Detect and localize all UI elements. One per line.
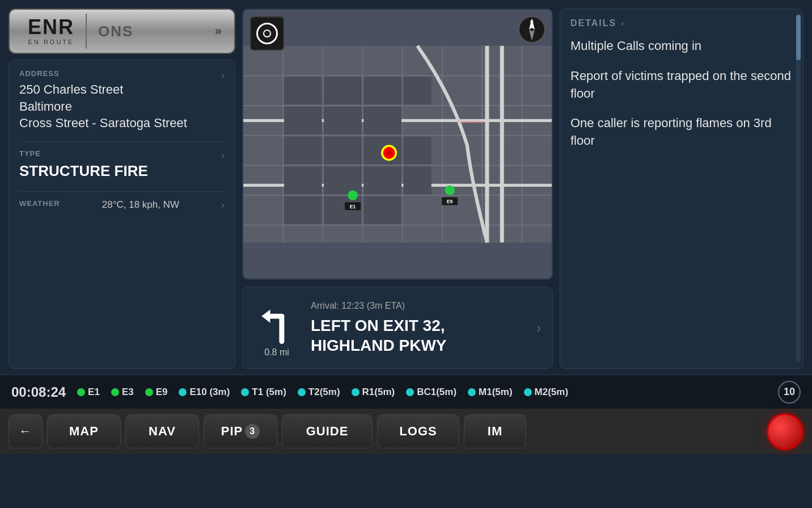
svg-rect-18	[284, 77, 322, 104]
address-cross: Cross Street - Saratoga Street	[19, 116, 187, 130]
unit-count-badge: 10	[778, 381, 801, 404]
emergency-red-button[interactable]	[767, 413, 803, 450]
address-chevron-icon[interactable]: ›	[221, 69, 225, 81]
unit-t2[interactable]: T2(5m)	[298, 387, 340, 398]
details-chevron-icon[interactable]: ›	[621, 19, 624, 28]
svg-rect-26	[284, 166, 322, 194]
type-section: TYPE › STRUCTURE FIRE	[19, 149, 225, 181]
svg-rect-19	[324, 77, 362, 104]
detail-item-3: One caller is reporting flames on 3rd fl…	[570, 115, 793, 150]
e1-dot-icon	[77, 388, 85, 396]
bottom-nav: ← MAP NAV PIP3 GUIDE LOGS IM	[0, 409, 812, 454]
svg-text:Incident Area: Incident Area	[457, 119, 484, 124]
svg-marker-51	[261, 309, 270, 322]
svg-text:E1: E1	[350, 204, 356, 209]
locate-inner-icon	[263, 30, 271, 37]
arrival-text: Arrival: 12:23 (3m ETA)	[311, 301, 525, 311]
svg-rect-31	[404, 136, 432, 164]
pip-label: PIP	[221, 424, 243, 439]
address-label: ADDRESS	[19, 69, 60, 78]
pip-button[interactable]: PIP3	[204, 414, 277, 448]
unit-e9[interactable]: E9	[145, 387, 168, 398]
locate-icon	[256, 23, 278, 44]
nav-button[interactable]: NAV	[125, 414, 199, 448]
t2-dot-icon	[298, 388, 306, 396]
unit-m2[interactable]: M2(5m)	[524, 387, 569, 398]
forward-arrow-icon: »	[215, 24, 222, 39]
address-section: ADDRESS › 250 Charles Street Baltimore C…	[19, 69, 225, 132]
svg-rect-25	[324, 136, 362, 164]
r1-label: R1(5m)	[362, 387, 395, 398]
weather-label: WEATHER	[19, 199, 60, 208]
weather-value: 28°C, 18 kph, NW	[102, 199, 179, 212]
t1-label: T1 (5m)	[252, 387, 286, 398]
nav-instruction: LEFT ON EXIT 32, HIGHLAND PKWY	[311, 316, 525, 355]
m2-label: M2(5m)	[535, 387, 569, 398]
enr-sub-label: EN ROUTE	[28, 39, 74, 45]
e3-label: E3	[122, 387, 134, 398]
e3-dot-icon	[111, 388, 119, 396]
m1-label: M1(5m)	[479, 387, 513, 398]
map-container[interactable]: E1 E9 Incident Area N	[242, 9, 553, 280]
unit-t1[interactable]: T1 (5m)	[241, 387, 286, 398]
arrow-segment: »	[215, 24, 227, 39]
pip-count-badge: 3	[245, 424, 260, 439]
t1-dot-icon	[241, 388, 249, 396]
svg-rect-21	[324, 107, 362, 135]
e1-label: E1	[88, 387, 100, 398]
m1-dot-icon	[468, 388, 476, 396]
enr-segment: ENR EN ROUTE	[16, 14, 87, 49]
svg-rect-23	[363, 107, 401, 135]
unit-e3[interactable]: E3	[111, 387, 134, 398]
detail-item-2: Report of victims trapped on the second …	[570, 68, 793, 103]
nav-info: Arrival: 12:23 (3m ETA) LEFT ON EXIT 32,…	[311, 301, 525, 355]
im-button[interactable]: IM	[464, 414, 526, 448]
address-value: 250 Charles Street Baltimore Cross Stree…	[19, 81, 225, 132]
e10-label: E10 (3m)	[189, 387, 230, 398]
t2-label: T2(5m)	[308, 387, 340, 398]
map-svg: E1 E9 Incident Area	[243, 10, 552, 279]
map-button[interactable]: MAP	[47, 414, 121, 448]
address-line2: Baltimore	[19, 99, 72, 114]
locate-button[interactable]	[250, 16, 284, 51]
enr-ons-button[interactable]: ENR EN ROUTE ONS »	[9, 9, 235, 54]
e10-dot-icon	[179, 388, 187, 396]
details-header: DETAILS ›	[570, 18, 793, 28]
scrollbar-thumb[interactable]	[796, 15, 801, 60]
type-value: STRUCTURE FIRE	[19, 161, 225, 181]
turn-left-icon	[257, 299, 297, 344]
nav-distance: 0.8 mi	[264, 347, 289, 358]
svg-rect-33	[284, 196, 322, 224]
svg-point-38	[348, 190, 358, 200]
unit-bc1[interactable]: BC1(5m)	[406, 387, 456, 398]
weather-chevron-icon[interactable]: ›	[221, 199, 225, 211]
ons-segment: ONS	[87, 19, 145, 44]
svg-rect-30	[404, 77, 432, 104]
logs-button[interactable]: LOGS	[377, 414, 459, 448]
weather-section: WEATHER 28°C, 18 kph, NW ›	[19, 199, 225, 212]
details-title: DETAILS	[570, 18, 616, 28]
nav-chevron-icon[interactable]: ›	[536, 320, 541, 336]
timer-display: 00:08:24	[11, 384, 66, 400]
m2-dot-icon	[524, 388, 532, 396]
guide-button[interactable]: GUIDE	[282, 414, 373, 448]
right-panel: DETAILS › Multiple Calls coming in Repor…	[560, 9, 803, 369]
status-bar: 00:08:24 E1 E3 E9 E10 (3m) T1 (5m) T2(5m…	[0, 375, 812, 409]
type-chevron-icon[interactable]: ›	[221, 149, 225, 161]
ons-label: ONS	[98, 23, 133, 40]
e9-dot-icon	[145, 388, 153, 396]
unit-e1[interactable]: E1	[77, 387, 100, 398]
svg-point-37	[387, 150, 392, 156]
svg-rect-27	[324, 166, 362, 194]
svg-rect-20	[284, 107, 322, 135]
unit-r1[interactable]: R1(5m)	[352, 387, 395, 398]
svg-rect-24	[284, 136, 322, 164]
scrollbar-track[interactable]	[796, 15, 801, 363]
unit-m1[interactable]: M1(5m)	[468, 387, 513, 398]
enr-label: ENR	[28, 17, 74, 37]
back-button[interactable]: ←	[9, 414, 43, 448]
svg-rect-35	[363, 196, 401, 224]
unit-e10[interactable]: E10 (3m)	[179, 387, 230, 398]
details-card: DETAILS › Multiple Calls coming in Repor…	[560, 9, 803, 369]
left-panel: ENR EN ROUTE ONS » ADDRESS › 250 Charles…	[9, 9, 235, 369]
